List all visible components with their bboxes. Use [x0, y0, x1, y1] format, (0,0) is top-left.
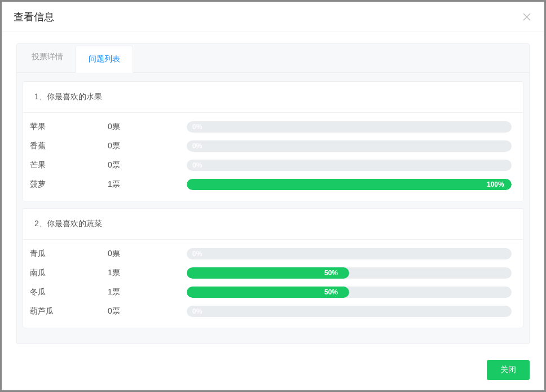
option-votes: 0票	[108, 249, 187, 259]
progress-bar: 0%	[187, 140, 512, 152]
option-row: 冬瓜1票50%	[23, 283, 523, 302]
progress-bar: 50%	[187, 267, 512, 279]
tab-1[interactable]: 问题列表	[76, 46, 133, 73]
option-row: 苹果0票0%	[23, 117, 523, 136]
modal-title: 查看信息	[14, 10, 54, 24]
option-row: 香蕉0票0%	[23, 136, 523, 156]
option-name: 南瓜	[29, 268, 108, 278]
options-list: 苹果0票0%香蕉0票0%芒果0票0%菠萝1票100%	[23, 113, 523, 201]
progress-bar: 50%	[187, 287, 512, 298]
question-title: 2、你最喜欢的蔬菜	[23, 209, 523, 240]
progress-bar-label: 50%	[324, 288, 338, 296]
option-row: 南瓜1票50%	[23, 263, 523, 283]
option-name: 葫芦瓜	[29, 306, 108, 316]
option-name: 苹果	[29, 122, 108, 132]
option-votes: 0票	[108, 122, 187, 132]
modal-header: 查看信息	[2, 2, 544, 32]
option-row: 青瓜0票0%	[23, 244, 523, 263]
tab-0[interactable]: 投票详情	[19, 44, 76, 72]
progress-bar-label: 0%	[192, 161, 202, 169]
close-icon[interactable]	[521, 11, 532, 23]
questions-list: 1、你最喜欢的水果苹果0票0%香蕉0票0%芒果0票0%菠萝1票100%2、你最喜…	[17, 73, 529, 343]
option-votes: 1票	[108, 179, 187, 190]
options-list: 青瓜0票0%南瓜1票50%冬瓜1票50%葫芦瓜0票0%	[23, 240, 523, 328]
progress-bar-label: 0%	[192, 142, 202, 150]
option-name: 芒果	[29, 160, 108, 170]
modal: 查看信息 投票详情问题列表 1、你最喜欢的水果苹果0票0%香蕉0票0%芒果0票0…	[2, 2, 544, 390]
progress-bar-label: 0%	[192, 123, 202, 131]
progress-bar: 0%	[187, 248, 512, 259]
progress-bar-label: 0%	[192, 307, 202, 315]
modal-footer: 关闭	[2, 350, 544, 390]
option-votes: 1票	[108, 287, 187, 297]
option-name: 冬瓜	[29, 287, 108, 297]
option-votes: 0票	[108, 160, 187, 170]
option-row: 菠萝1票100%	[23, 175, 523, 194]
progress-bar: 0%	[187, 121, 512, 133]
option-row: 芒果0票0%	[23, 156, 523, 175]
progress-bar: 100%	[187, 179, 512, 190]
option-name: 香蕉	[29, 141, 108, 151]
option-name: 青瓜	[29, 249, 108, 259]
option-votes: 0票	[108, 141, 187, 151]
option-votes: 0票	[108, 306, 187, 316]
question-title: 1、你最喜欢的水果	[23, 82, 523, 113]
progress-bar-label: 0%	[192, 250, 202, 258]
progress-bar-fill	[187, 179, 512, 190]
question-block: 2、你最喜欢的蔬菜青瓜0票0%南瓜1票50%冬瓜1票50%葫芦瓜0票0%	[23, 208, 523, 328]
option-votes: 1票	[108, 268, 187, 278]
progress-bar-label: 100%	[487, 180, 504, 188]
modal-body: 投票详情问题列表 1、你最喜欢的水果苹果0票0%香蕉0票0%芒果0票0%菠萝1票…	[2, 32, 544, 346]
progress-bar: 0%	[187, 160, 512, 171]
close-button[interactable]: 关闭	[487, 360, 530, 380]
progress-bar-label: 50%	[324, 269, 338, 277]
progress-bar: 0%	[187, 306, 512, 317]
tabs: 投票详情问题列表	[17, 44, 529, 73]
content-card: 投票详情问题列表 1、你最喜欢的水果苹果0票0%香蕉0票0%芒果0票0%菠萝1票…	[16, 43, 530, 344]
question-block: 1、你最喜欢的水果苹果0票0%香蕉0票0%芒果0票0%菠萝1票100%	[23, 81, 523, 201]
option-row: 葫芦瓜0票0%	[23, 302, 523, 321]
option-name: 菠萝	[29, 179, 108, 190]
